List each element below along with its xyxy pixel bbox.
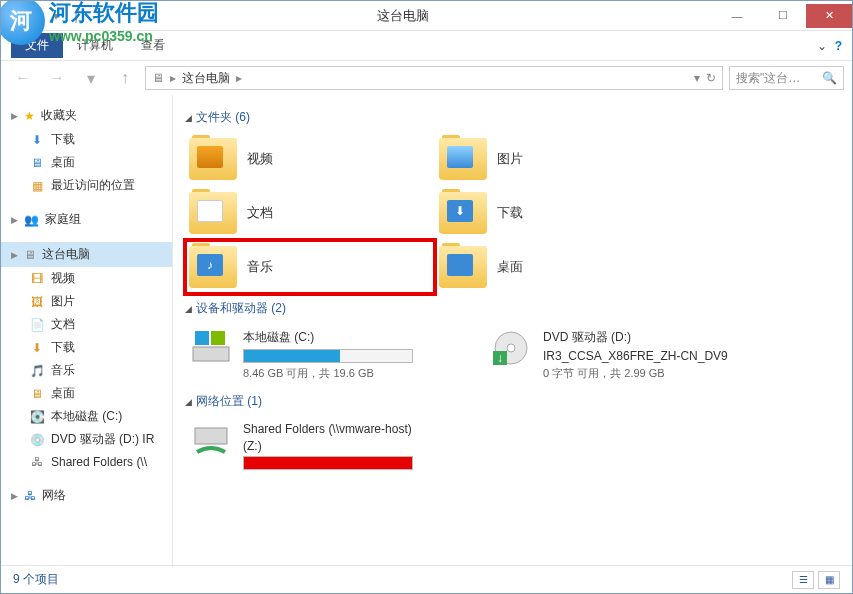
close-button[interactable]: ✕ xyxy=(806,4,852,28)
svg-rect-7 xyxy=(195,428,227,444)
breadcrumb-sep2[interactable]: ▸ xyxy=(236,71,242,85)
drive-name: 本地磁盘 (C:) xyxy=(243,329,481,346)
view-icons-button[interactable]: ▦ xyxy=(818,571,840,589)
sidebar-item-music[interactable]: 🎵音乐 xyxy=(1,359,172,382)
pc-icon: 🖥 xyxy=(24,248,36,262)
section-title: 设备和驱动器 (2) xyxy=(196,300,286,317)
collapse-icon: ◢ xyxy=(185,304,192,314)
music-icon: 🎵 xyxy=(29,363,45,379)
quick-access-toolbar: ▣ ▯ ▾ | xyxy=(1,7,91,25)
search-icon: 🔍 xyxy=(822,71,837,85)
folder-icon: ⬇ xyxy=(439,192,487,234)
netdrive-shared-folders[interactable]: Shared Folders (\\vmware-host) (Z:) xyxy=(185,416,485,479)
address-dropdown-icon[interactable]: ▾ xyxy=(694,71,700,85)
download-icon: ⬇ xyxy=(29,340,45,356)
folder-label: 文档 xyxy=(247,204,273,222)
section-header-folders[interactable]: ◢ 文件夹 (6) xyxy=(185,103,840,132)
item-count: 9 个项目 xyxy=(13,571,59,588)
qat-sep: | xyxy=(67,7,85,25)
ribbon-tab-view[interactable]: 查看 xyxy=(127,33,179,58)
drive-local-c[interactable]: 本地磁盘 (C:) 8.46 GB 可用，共 19.6 GB xyxy=(185,323,485,387)
svg-rect-0 xyxy=(193,347,229,361)
section-header-devices[interactable]: ◢ 设备和驱动器 (2) xyxy=(185,294,840,323)
window-controls: — ☐ ✕ xyxy=(714,4,852,28)
ribbon-expand-icon[interactable]: ⌄ xyxy=(817,39,827,53)
folder-pictures[interactable]: 图片 xyxy=(435,132,685,186)
view-details-button[interactable]: ☰ xyxy=(792,571,814,589)
qat-dropdown-icon[interactable]: ▾ xyxy=(47,7,65,25)
sidebar-item-downloads2[interactable]: ⬇下载 xyxy=(1,336,172,359)
sidebar-item-desktop2[interactable]: 🖥桌面 xyxy=(1,382,172,405)
drive-name2: IR3_CCSA_X86FRE_ZH-CN_DV9 xyxy=(543,349,781,363)
collapse-icon: ◢ xyxy=(185,113,192,123)
dvd-icon: 💿 xyxy=(29,432,45,448)
sidebar-item-label: Shared Folders (\\ xyxy=(51,455,147,469)
sidebar-network-label: 网络 xyxy=(42,487,66,504)
sidebar-item-downloads[interactable]: ⬇下载 xyxy=(1,128,172,151)
folder-music[interactable]: ♪ 音乐 xyxy=(185,240,435,294)
folder-desktop[interactable]: 桌面 xyxy=(435,240,685,294)
sidebar-item-desktop[interactable]: 🖥桌面 xyxy=(1,151,172,174)
svg-rect-1 xyxy=(195,331,209,345)
nav-history-button[interactable]: ▾ xyxy=(77,66,105,90)
nav-up-button[interactable]: ↑ xyxy=(111,66,139,90)
sidebar-favorites-header[interactable]: ▶ ★ 收藏夹 xyxy=(1,103,172,128)
sidebar-item-documents[interactable]: 📄文档 xyxy=(1,313,172,336)
homegroup-icon: 👥 xyxy=(24,213,39,227)
sidebar-network-header[interactable]: ▶ 🖧 网络 xyxy=(1,483,172,508)
sidebar-item-videos[interactable]: 🎞视频 xyxy=(1,267,172,290)
ribbon-file-tab[interactable]: 文件 xyxy=(11,33,63,58)
refresh-button[interactable]: ↻ xyxy=(706,71,716,85)
qat-icon-2[interactable]: ▯ xyxy=(27,7,45,25)
sidebar-thispc-header[interactable]: ▶ 🖥 这台电脑 xyxy=(1,242,172,267)
sidebar-item-recent[interactable]: ▦最近访问的位置 xyxy=(1,174,172,197)
sidebar-item-pictures[interactable]: 🖼图片 xyxy=(1,290,172,313)
sidebar-item-localdisk-c[interactable]: 💽本地磁盘 (C:) xyxy=(1,405,172,428)
sidebar-item-dvd-d[interactable]: 💿DVD 驱动器 (D:) IR xyxy=(1,428,172,451)
folder-label: 桌面 xyxy=(497,258,523,276)
sidebar-item-label: 桌面 xyxy=(51,385,75,402)
document-icon: 📄 xyxy=(29,317,45,333)
nav-forward-button[interactable]: → xyxy=(43,66,71,90)
drive-name: Shared Folders (\\vmware-host) xyxy=(243,422,481,436)
netdrive-icon xyxy=(189,422,233,460)
drive-name2: (Z:) xyxy=(243,439,481,453)
ribbon-bar: 文件 计算机 查看 ⌄ ? xyxy=(1,31,852,61)
disk-icon: 💽 xyxy=(29,409,45,425)
address-breadcrumb[interactable]: 🖥 ▸ 这台电脑 ▸ ▾ ↻ xyxy=(145,66,723,90)
drive-name: DVD 驱动器 (D:) xyxy=(543,329,781,346)
folder-videos[interactable]: 视频 xyxy=(185,132,435,186)
drive-dvd-d[interactable]: ↓ DVD 驱动器 (D:) IR3_CCSA_X86FRE_ZH-CN_DV9… xyxy=(485,323,785,387)
folder-icon xyxy=(439,246,487,288)
breadcrumb-root[interactable]: 这台电脑 xyxy=(182,70,230,87)
maximize-button[interactable]: ☐ xyxy=(760,4,806,28)
content-pane: ◢ 文件夹 (6) 视频 图片 文档 ⬇ 下载 ♪ 音乐 xyxy=(173,95,852,567)
properties-icon[interactable]: ▣ xyxy=(7,7,25,25)
svg-text:↓: ↓ xyxy=(497,351,503,365)
folder-label: 视频 xyxy=(247,150,273,168)
search-input[interactable]: 搜索"这台… 🔍 xyxy=(729,66,844,90)
nav-back-button[interactable]: ← xyxy=(9,66,37,90)
drive-capacity-bar xyxy=(243,349,413,363)
search-placeholder: 搜索"这台… xyxy=(736,70,800,87)
sidebar-favorites-label: 收藏夹 xyxy=(41,107,77,124)
sidebar-homegroup-header[interactable]: ▶ 👥 家庭组 xyxy=(1,207,172,232)
sidebar-item-label: 图片 xyxy=(51,293,75,310)
sidebar-item-label: 下载 xyxy=(51,339,75,356)
folder-icon xyxy=(189,192,237,234)
folder-icon xyxy=(189,138,237,180)
netdrive-icon: 🖧 xyxy=(29,454,45,470)
section-header-netloc[interactable]: ◢ 网络位置 (1) xyxy=(185,387,840,416)
folder-documents[interactable]: 文档 xyxy=(185,186,435,240)
ribbon-tab-computer[interactable]: 计算机 xyxy=(63,33,127,58)
sidebar-item-shared-folders[interactable]: 🖧Shared Folders (\\ xyxy=(1,451,172,473)
dvd-icon: ↓ xyxy=(489,329,533,367)
navigation-pane: ▶ ★ 收藏夹 ⬇下载 🖥桌面 ▦最近访问的位置 ▶ 👥 家庭组 ▶ 🖥 这台电… xyxy=(1,95,173,567)
svg-point-4 xyxy=(507,344,515,352)
svg-rect-2 xyxy=(211,331,225,345)
help-icon[interactable]: ? xyxy=(835,39,842,53)
minimize-button[interactable]: — xyxy=(714,4,760,28)
network-icon: 🖧 xyxy=(24,489,36,503)
recent-icon: ▦ xyxy=(29,178,45,194)
folder-downloads[interactable]: ⬇ 下载 xyxy=(435,186,685,240)
